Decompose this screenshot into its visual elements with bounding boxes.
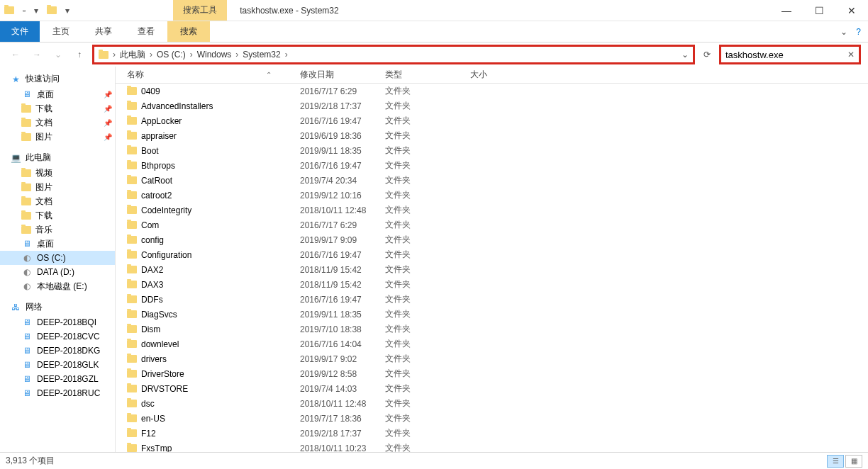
tab-home[interactable]: 主页 xyxy=(40,21,82,42)
file-tab[interactable]: 文件 xyxy=(0,21,40,42)
file-name: CatRoot xyxy=(141,176,172,186)
column-name[interactable]: 名称 ⌃ xyxy=(116,69,300,81)
table-row[interactable]: Boot2019/9/11 18:35文件夹 xyxy=(116,143,868,158)
file-date: 2016/7/16 19:47 xyxy=(300,295,385,305)
table-row[interactable]: FxsTmp2018/10/11 10:23文件夹 xyxy=(116,441,868,452)
sidebar-item[interactable]: 文档📌 xyxy=(0,115,115,130)
table-row[interactable]: DDFs2016/7/16 19:47文件夹 xyxy=(116,292,868,307)
file-type: 文件夹 xyxy=(385,130,470,142)
table-row[interactable]: AppLocker2016/7/16 19:47文件夹 xyxy=(116,113,868,128)
refresh-button[interactable]: ⟳ xyxy=(699,50,715,60)
icons-view-button[interactable]: ▦ xyxy=(845,455,862,468)
sidebar-item-label: 桌面 xyxy=(37,89,54,101)
sidebar-item[interactable]: 图片 xyxy=(0,180,115,194)
chevron-right-icon[interactable]: › xyxy=(190,50,193,60)
address-bar[interactable]: › 此电脑 › OS (C:) › Windows › System32 › ⌄ xyxy=(92,45,695,64)
breadcrumb[interactable]: Windows xyxy=(197,50,232,60)
ribbon-expand-icon[interactable]: ⌄ xyxy=(840,27,847,37)
close-button[interactable]: ✕ xyxy=(835,0,868,21)
navigation-pane[interactable]: ★快速访问🖥桌面📌下载📌文档📌图片📌💻此电脑视频图片文档下载音乐🖥桌面◐OS (… xyxy=(0,67,116,452)
table-row[interactable]: CodeIntegrity2018/10/11 12:48文件夹 xyxy=(116,203,868,217)
sidebar-item[interactable]: 🖥DEEP-2018BQI xyxy=(0,315,115,329)
breadcrumb[interactable]: 此电脑 xyxy=(120,49,145,61)
search-tools-tab[interactable]: 搜索工具 xyxy=(173,0,227,21)
sidebar-item[interactable]: 视频 xyxy=(0,166,115,180)
file-rows[interactable]: 04092016/7/17 6:29文件夹AdvancedInstallers2… xyxy=(116,84,868,452)
table-row[interactable]: Configuration2016/7/16 19:47文件夹 xyxy=(116,247,868,262)
sidebar-item[interactable]: 🖥DEEP-2018DKG xyxy=(0,344,115,358)
sidebar-item[interactable]: ◐DATA (D:) xyxy=(0,265,115,279)
file-type: 文件夹 xyxy=(385,427,470,439)
sidebar-group-header[interactable]: 💻此电脑 xyxy=(0,149,115,166)
sidebar-item[interactable]: 下载 xyxy=(0,208,115,222)
clear-search-icon[interactable]: ✕ xyxy=(847,50,855,60)
chevron-right-icon[interactable]: › xyxy=(150,50,152,60)
table-row[interactable]: config2019/9/17 9:09文件夹 xyxy=(116,232,868,247)
chevron-right-icon[interactable]: › xyxy=(235,50,238,60)
sidebar-item[interactable]: 音乐 xyxy=(0,222,115,237)
table-row[interactable]: DAX32018/11/9 15:42文件夹 xyxy=(116,277,868,292)
search-input[interactable] xyxy=(725,50,847,60)
back-button[interactable]: ← xyxy=(7,46,24,63)
table-row[interactable]: en-US2019/7/17 18:36文件夹 xyxy=(116,411,868,426)
table-row[interactable]: DiagSvcs2019/9/11 18:35文件夹 xyxy=(116,307,868,322)
sidebar-group-header[interactable]: ★快速访问 xyxy=(0,71,115,87)
table-row[interactable]: 04092016/7/17 6:29文件夹 xyxy=(116,84,868,98)
table-row[interactable]: Bthprops2016/7/16 19:47文件夹 xyxy=(116,158,868,173)
minimize-button[interactable]: — xyxy=(770,0,803,21)
chevron-right-icon[interactable]: › xyxy=(285,50,288,60)
search-box[interactable]: ✕ xyxy=(719,45,861,64)
sidebar-item[interactable]: 图片📌 xyxy=(0,130,115,144)
sidebar-item[interactable]: 🖥DEEP-2018GZL xyxy=(0,372,115,386)
sidebar-item[interactable]: ◐本地磁盘 (E:) xyxy=(0,279,115,293)
sidebar-item[interactable]: 🖥桌面📌 xyxy=(0,87,115,101)
sidebar-item[interactable]: 下载📌 xyxy=(0,101,115,115)
table-row[interactable]: DAX22018/11/9 15:42文件夹 xyxy=(116,262,868,277)
qat-item-icon[interactable]: ▫ xyxy=(23,6,26,16)
sidebar-group-header[interactable]: 🖧网络 xyxy=(0,299,115,315)
table-row[interactable]: DRVSTORE2019/7/4 14:03文件夹 xyxy=(116,381,868,396)
help-icon[interactable]: ? xyxy=(856,27,861,37)
table-row[interactable]: dsc2018/10/11 12:48文件夹 xyxy=(116,396,868,411)
column-type[interactable]: 类型 xyxy=(385,69,470,81)
maximize-button[interactable]: ☐ xyxy=(803,0,835,21)
sidebar-item-label: 下载 xyxy=(35,103,52,115)
table-row[interactable]: DriverStore2019/9/12 8:58文件夹 xyxy=(116,366,868,381)
sidebar-group-label: 此电脑 xyxy=(26,152,51,164)
table-row[interactable]: catroot22019/9/12 10:16文件夹 xyxy=(116,188,868,203)
tab-search[interactable]: 搜索 xyxy=(167,21,210,42)
chevron-right-icon[interactable]: › xyxy=(113,50,116,60)
sidebar-item[interactable]: 🖥DEEP-2018RUC xyxy=(0,386,115,400)
table-row[interactable]: AdvancedInstallers2019/2/18 17:37文件夹 xyxy=(116,98,868,113)
up-button[interactable]: ↑ xyxy=(71,46,88,63)
file-type: 文件夹 xyxy=(385,412,470,424)
folder-icon[interactable] xyxy=(47,6,57,14)
breadcrumb[interactable]: System32 xyxy=(243,50,280,60)
sidebar-item[interactable]: 🖥桌面 xyxy=(0,237,115,251)
address-dropdown-icon[interactable]: ⌄ xyxy=(681,50,689,60)
column-date[interactable]: 修改日期 xyxy=(300,69,385,81)
column-size[interactable]: 大小 xyxy=(470,69,541,81)
table-row[interactable]: downlevel2016/7/16 14:04文件夹 xyxy=(116,337,868,351)
table-row[interactable]: Dism2019/7/10 18:38文件夹 xyxy=(116,322,868,337)
table-row[interactable]: F122019/2/18 17:37文件夹 xyxy=(116,426,868,441)
table-row[interactable]: Com2016/7/17 6:29文件夹 xyxy=(116,217,868,232)
tab-view[interactable]: 查看 xyxy=(125,21,167,42)
breadcrumb[interactable]: OS (C:) xyxy=(157,50,186,60)
qat-item-icon[interactable]: ▾ xyxy=(34,6,38,16)
sidebar-item[interactable]: 🖥DEEP-2018CVC xyxy=(0,329,115,344)
table-row[interactable]: CatRoot2019/7/4 20:34文件夹 xyxy=(116,173,868,188)
folder-icon[interactable] xyxy=(4,6,14,14)
details-view-button[interactable]: ☰ xyxy=(827,455,844,468)
table-row[interactable]: drivers2019/9/17 9:02文件夹 xyxy=(116,351,868,366)
forward-button[interactable]: → xyxy=(28,46,45,63)
table-row[interactable]: appraiser2019/6/19 18:36文件夹 xyxy=(116,128,868,143)
sidebar-item[interactable]: 🖥DEEP-2018GLK xyxy=(0,358,115,372)
history-dropdown[interactable]: ⌄ xyxy=(50,46,67,63)
tab-share[interactable]: 共享 xyxy=(82,21,125,42)
sidebar-item[interactable]: ◐OS (C:) xyxy=(0,251,115,265)
sidebar-item[interactable]: 文档 xyxy=(0,194,115,208)
pin-icon: 📌 xyxy=(104,91,112,98)
qat-item-icon[interactable]: ▾ xyxy=(65,6,69,16)
folder-icon xyxy=(21,226,31,234)
